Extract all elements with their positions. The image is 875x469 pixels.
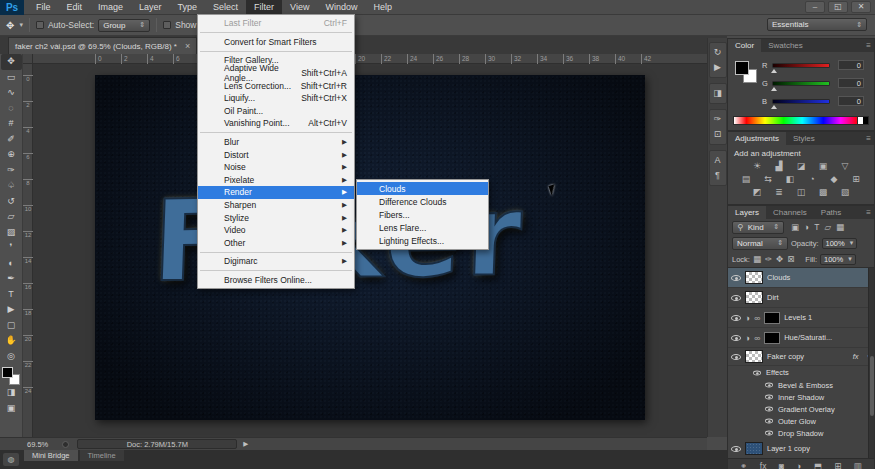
channel-track-g[interactable] <box>772 81 830 86</box>
layer-styles-icon[interactable]: fx <box>760 461 767 469</box>
tool-preset-arrow-icon[interactable]: ▾ <box>19 21 23 29</box>
filter-menu-item-adaptive-wide-angle[interactable]: Adaptive Wide Angle...Shift+Ctrl+A <box>198 67 354 80</box>
menubar-item-image[interactable]: Image <box>90 0 131 15</box>
actions-icon[interactable]: ▶ <box>710 60 726 75</box>
vibrance-icon[interactable]: ▽ <box>837 160 853 172</box>
brush-tool[interactable]: ✑ <box>1 163 22 179</box>
menubar-item-view[interactable]: View <box>282 0 317 15</box>
minimize-button[interactable]: – <box>805 1 825 13</box>
visibility-eye-icon[interactable] <box>765 431 773 436</box>
horizontal-ruler[interactable]: 024681012141618202224262830323436384042 <box>33 54 707 64</box>
visibility-eye-icon[interactable] <box>753 370 761 375</box>
black-white-icon[interactable]: ◧ <box>782 173 798 185</box>
filter-menu-item-blur[interactable]: Blur▶ <box>198 136 354 149</box>
visibility-eye-icon[interactable] <box>731 295 741 301</box>
zoom-tool[interactable]: ◎ <box>1 349 22 365</box>
filter-menu-item-last-filter[interactable]: Last FilterCtrl+F <box>198 17 354 30</box>
character-icon[interactable]: ◨ <box>710 86 726 101</box>
filter-menu-item-sharpen[interactable]: Sharpen▶ <box>198 199 354 212</box>
filter-menu-item-browse-filters-online[interactable]: Browse Filters Online... <box>198 274 354 287</box>
pen-tool[interactable]: ✒ <box>1 271 22 287</box>
visibility-eye-icon[interactable] <box>765 407 773 412</box>
filter-menu-item-distort[interactable]: Distort▶ <box>198 148 354 161</box>
color-tab-color[interactable]: Color <box>728 39 761 52</box>
layer-group-icon[interactable]: ⬒ <box>814 461 822 469</box>
channel-track-r[interactable] <box>772 63 830 68</box>
quick-mask-button[interactable]: ◨ <box>1 385 22 401</box>
gradient-tool[interactable]: ▨ <box>1 225 22 241</box>
auto-select-mode-dropdown[interactable]: Group ⇕ <box>98 19 150 32</box>
layer-row-layer-1-copy[interactable]: Layer 1 copy <box>728 439 874 458</box>
filter-menu-item-stylize[interactable]: Stylize▶ <box>198 211 354 224</box>
visibility-eye-icon[interactable] <box>765 395 773 400</box>
filter-menu-item-other[interactable]: Other▶ <box>198 237 354 250</box>
screen-mode-button[interactable]: ▣ <box>1 401 22 417</box>
layer-thumbnail[interactable] <box>745 350 763 363</box>
dodge-tool[interactable]: ◐ <box>1 256 22 272</box>
layer-mask-icon[interactable]: ◙ <box>779 461 784 469</box>
workspace-switcher[interactable]: Essentials ⇕ <box>767 18 867 31</box>
adjustments-tab-styles[interactable]: Styles <box>786 132 822 145</box>
filter-adjustment-icon[interactable]: ◑ <box>804 222 809 232</box>
render-submenu-item-lens-flare[interactable]: Lens Flare... <box>357 221 488 234</box>
filter-type-icon[interactable]: T <box>814 222 819 232</box>
slider-thumb-icon[interactable] <box>771 87 777 91</box>
layers-tab-layers[interactable]: Layers <box>728 206 766 219</box>
render-submenu-item-clouds[interactable]: Clouds <box>357 182 488 195</box>
filter-shape-icon[interactable]: ▱ <box>824 222 831 232</box>
eraser-tool[interactable]: ▱ <box>1 209 22 225</box>
selective-color-icon[interactable]: ▧ <box>837 186 853 198</box>
new-layer-icon[interactable]: ⊞ <box>834 461 841 469</box>
menubar-item-window[interactable]: Window <box>317 0 365 15</box>
bottom-tab-mini-bridge[interactable]: Mini Bridge <box>24 450 78 461</box>
posterize-icon[interactable]: ≣ <box>771 186 787 198</box>
color-spectrum-ramp[interactable] <box>733 116 859 125</box>
link-layers-icon[interactable]: ⚭ <box>740 461 747 469</box>
toolbar-foreground-color[interactable] <box>2 367 13 378</box>
bottom-tab-timeline[interactable]: Timeline <box>80 450 124 461</box>
path-selection-tool[interactable]: ▶ <box>1 302 22 318</box>
brush-icon[interactable]: ✑ <box>710 112 726 127</box>
show-transform-checkbox[interactable] <box>163 21 171 29</box>
delete-layer-icon[interactable]: ▥ <box>854 461 862 469</box>
adjustment-layer-row-levels-1[interactable]: ◑∞Levels 1 <box>728 308 874 328</box>
vertical-ruler[interactable]: 024681012141618202224 <box>23 64 33 437</box>
layer-effect-row-outer-glow[interactable]: Outer Glow <box>728 415 874 427</box>
status-flyout-arrow-icon[interactable]: ▶ <box>243 440 248 448</box>
opacity-value[interactable]: 100% ▾ <box>822 238 858 249</box>
lock-all-icon[interactable]: ⊠ <box>787 254 794 264</box>
invert-icon[interactable]: ◩ <box>749 186 765 198</box>
layer-effect-row-bevel-emboss[interactable]: Bevel & Emboss <box>728 379 874 391</box>
filter-pixel-icon[interactable]: ▣ <box>791 222 799 232</box>
panel-menu-icon[interactable]: ≡ <box>866 206 871 219</box>
render-submenu-item-fibers[interactable]: Fibers... <box>357 208 488 221</box>
menubar-item-filter[interactable]: Filter <box>246 0 282 15</box>
new-adjustment-layer-icon[interactable]: ◑ <box>796 461 801 469</box>
move-tool-icon[interactable]: ✥ <box>6 20 14 31</box>
marquee-tool[interactable]: ▭ <box>1 70 22 86</box>
curves-icon[interactable]: ◪ <box>793 160 809 172</box>
character-styles-icon[interactable]: A <box>710 153 726 168</box>
layers-scrollbar[interactable] <box>868 268 874 458</box>
foreground-color[interactable] <box>735 61 749 75</box>
channel-value-r[interactable]: 0 <box>838 60 864 70</box>
crop-tool[interactable]: # <box>1 116 22 132</box>
eyedropper-tool[interactable]: ✐ <box>1 132 22 148</box>
channel-value-b[interactable]: 0 <box>838 96 864 106</box>
adjustment-layer-row-hue-saturati[interactable]: ◑∞Hue/Saturati... <box>728 328 874 348</box>
visibility-eye-icon[interactable] <box>765 419 773 424</box>
shape-tool[interactable]: ▢ <box>1 318 22 334</box>
gradient-map-icon[interactable]: ▩ <box>815 186 831 198</box>
move-tool[interactable]: ✥ <box>1 54 22 70</box>
history-icon[interactable]: ↻ <box>710 45 726 60</box>
layer-thumbnail[interactable] <box>745 291 763 304</box>
slider-thumb-icon[interactable] <box>771 105 777 109</box>
type-tool[interactable]: T <box>1 287 22 303</box>
quick-selection-tool[interactable]: ◌ <box>1 101 22 117</box>
menubar-item-help[interactable]: Help <box>365 0 400 15</box>
adjustments-tab-adjustments[interactable]: Adjustments <box>728 132 786 145</box>
blur-tool[interactable]: ❜ <box>1 240 22 256</box>
layer-effect-row-drop-shadow[interactable]: Drop Shadow <box>728 427 874 439</box>
threshold-icon[interactable]: ◫ <box>793 186 809 198</box>
color-lookup-icon[interactable]: ⊞ <box>848 173 864 185</box>
